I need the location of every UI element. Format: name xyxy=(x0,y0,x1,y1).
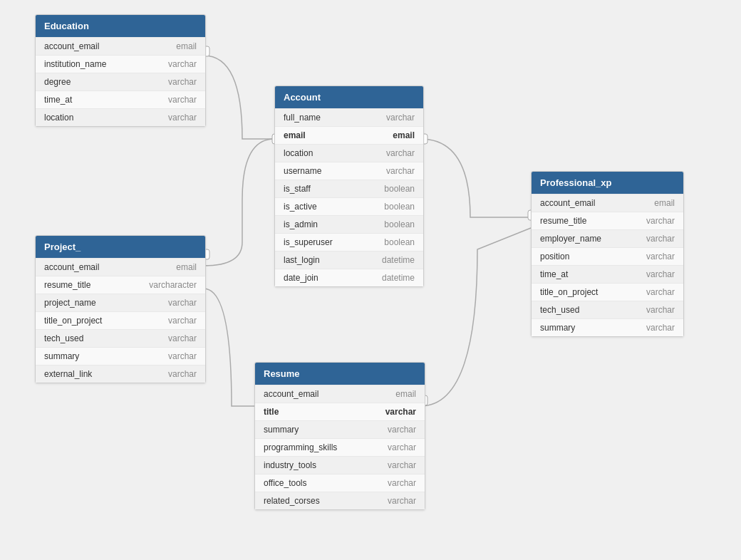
table-row: institution_name varchar xyxy=(36,55,205,73)
table-row: last_login datetime xyxy=(275,251,423,269)
table-row: account_email email xyxy=(532,194,683,212)
table-row: full_name varchar xyxy=(275,108,423,126)
table-row: title_on_project varchar xyxy=(532,283,683,301)
account-table: Account full_name varchar email email lo… xyxy=(274,85,424,287)
account-table-header: Account xyxy=(275,86,423,108)
table-row: tech_used varchar xyxy=(36,329,205,347)
table-row: programming_skills varchar xyxy=(255,438,425,456)
education-table-header: Education xyxy=(36,15,205,37)
table-row: location varchar xyxy=(36,108,205,126)
table-row: title varchar xyxy=(255,403,425,420)
table-row: tech_used varchar xyxy=(532,301,683,318)
table-row: email email xyxy=(275,126,423,144)
table-row: account_email email xyxy=(255,385,425,403)
table-row: time_at varchar xyxy=(532,265,683,283)
table-row: account_email email xyxy=(36,258,205,276)
resume-table: Resume account_email email title varchar… xyxy=(254,362,425,510)
table-row: summary varchar xyxy=(36,347,205,365)
professional-xp-table-header: Professional_xp xyxy=(532,172,683,194)
table-row: location varchar xyxy=(275,144,423,162)
education-table: Education account_email email institutio… xyxy=(35,14,206,127)
table-row: external_link varchar xyxy=(36,365,205,383)
professional-xp-table: Professional_xp account_email email resu… xyxy=(531,171,684,337)
table-row: related_corses varchar xyxy=(255,492,425,509)
table-row: is_staff boolean xyxy=(275,180,423,197)
table-row: project_name varchar xyxy=(36,294,205,311)
table-row: resume_title varcharacter xyxy=(36,276,205,294)
table-row: is_admin boolean xyxy=(275,215,423,233)
table-row: resume_title varchar xyxy=(532,212,683,229)
table-row: date_join datetime xyxy=(275,269,423,286)
table-row: degree varchar xyxy=(36,73,205,90)
table-row: title_on_project varchar xyxy=(36,311,205,329)
table-row: is_active boolean xyxy=(275,197,423,215)
table-row: industry_tools varchar xyxy=(255,456,425,474)
table-row: is_superuser boolean xyxy=(275,233,423,251)
project-table-header: Project_ xyxy=(36,236,205,258)
table-row: summary varchar xyxy=(532,318,683,336)
table-row: account_email email xyxy=(36,37,205,55)
table-row: position varchar xyxy=(532,247,683,265)
table-row: username varchar xyxy=(275,162,423,180)
canvas: Education account_email email institutio… xyxy=(0,0,741,560)
table-row: summary varchar xyxy=(255,420,425,438)
table-row: office_tools varchar xyxy=(255,474,425,492)
table-row: time_at varchar xyxy=(36,90,205,108)
project-table: Project_ account_email email resume_titl… xyxy=(35,235,206,383)
resume-table-header: Resume xyxy=(255,363,425,385)
table-row: employer_name varchar xyxy=(532,229,683,247)
